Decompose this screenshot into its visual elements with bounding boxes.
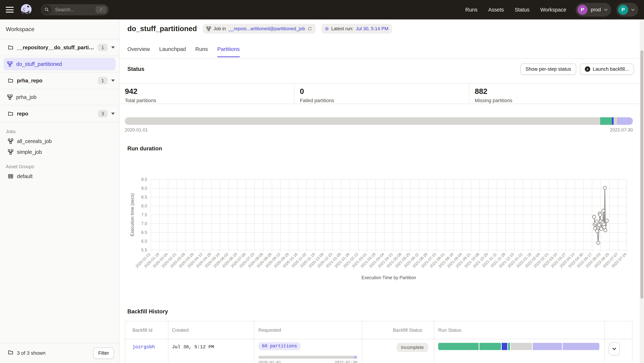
jobs-section-label: Jobs <box>6 129 119 134</box>
tab-runs[interactable]: Runs <box>195 46 208 57</box>
nav-link-runs[interactable]: Runs <box>465 7 478 13</box>
workspace-sidebar: Workspace __repository__do_stuff_partiti… <box>0 20 120 363</box>
deployment-switcher[interactable]: P prod <box>576 3 611 16</box>
dagster-logo-icon[interactable] <box>20 3 33 16</box>
caret-down-icon[interactable] <box>111 46 115 48</box>
stat-value: 942 <box>125 87 294 96</box>
svg-text:6.5: 6.5 <box>141 230 147 235</box>
stat-label: Missing partitions <box>475 98 644 104</box>
run-status-dot-icon <box>325 27 329 30</box>
bar-segment <box>258 356 354 359</box>
row-expand-button[interactable] <box>609 342 620 356</box>
bar-segment <box>600 117 612 125</box>
backfill-history-heading: Backfill History <box>127 308 168 315</box>
user-menu[interactable]: P <box>616 3 638 16</box>
asset-group-icon <box>8 174 13 179</box>
user-avatar: P <box>618 5 628 15</box>
job-icon <box>8 149 13 155</box>
launch-backfill-label: Launch backfill... <box>593 66 629 72</box>
svg-text:7.5: 7.5 <box>141 212 147 217</box>
sidebar-item-simple-job[interactable]: simple_job <box>0 146 119 158</box>
col-run-status: Run Status <box>438 328 462 333</box>
search-input[interactable] <box>54 7 92 13</box>
dagster-app: / Runs Assets Status Workspace P prod P … <box>0 0 644 363</box>
job-origin-prefix: Job in <box>214 26 226 32</box>
shown-count-label: 3 of 3 shown <box>17 350 46 356</box>
run-status-bar[interactable] <box>438 343 600 350</box>
repo-count-badge: 3 <box>98 110 108 118</box>
chevron-down-icon <box>604 9 608 11</box>
svg-text:8.5: 8.5 <box>141 195 147 200</box>
repo-count-badge: 1 <box>98 44 108 51</box>
page-title: do_stuff_partitioned <box>127 25 197 33</box>
requested-range-labels: 2020-01-01 2022-07-30 <box>258 360 357 363</box>
tab-launchpad[interactable]: Launchpad <box>159 46 186 57</box>
deployment-avatar: P <box>578 5 588 15</box>
repo-label: __repository__do_stuff_partitio... <box>17 44 95 50</box>
top-nav: / Runs Assets Status Workspace P prod P <box>0 0 644 20</box>
tab-overview[interactable]: Overview <box>127 46 150 57</box>
scrollbar-track[interactable] <box>640 20 644 363</box>
bar-segment <box>511 343 532 350</box>
latest-run-link[interactable]: Jul 30, 5:14 PM <box>356 26 388 32</box>
svg-text:7.0: 7.0 <box>141 221 147 226</box>
search-icon <box>42 5 52 14</box>
sidebar-item-default-asset-group[interactable]: default <box>0 171 119 182</box>
sidebar-item-all-cereals-job[interactable]: all_cereals_job <box>0 136 119 146</box>
bar-segment <box>508 343 510 350</box>
bar-segment <box>617 117 633 125</box>
svg-text:Execution time (secs): Execution time (secs) <box>130 193 135 236</box>
global-search[interactable]: / <box>41 4 109 15</box>
svg-text:9.0: 9.0 <box>141 186 147 191</box>
sidebar-repo-group-repo[interactable]: repo 3 <box>0 106 119 122</box>
job-label: all_cereals_job <box>17 138 52 144</box>
folder-icon <box>8 45 13 50</box>
job-icon <box>7 94 12 100</box>
folder-icon <box>8 78 13 83</box>
partition-status-bar[interactable] <box>125 117 633 125</box>
partition-stats: 942 Total partitions 0 Failed partitions… <box>120 84 644 104</box>
nav-link-workspace[interactable]: Workspace <box>540 7 566 13</box>
caret-down-icon[interactable] <box>111 80 115 82</box>
bar-segment <box>354 356 357 359</box>
hamburger-menu-icon[interactable] <box>6 7 14 12</box>
sidebar-repo-group-prha-repo[interactable]: prha_repo 1 <box>0 72 119 89</box>
filter-button[interactable]: Filter <box>93 348 114 359</box>
scrollbar-thumb[interactable] <box>640 50 643 298</box>
sidebar-item-prha-job[interactable]: prha_job <box>4 91 116 104</box>
nav-link-assets[interactable]: Assets <box>488 7 504 13</box>
show-per-step-status-button[interactable]: Show per-step status <box>520 64 576 75</box>
svg-text:9.5: 9.5 <box>141 177 147 182</box>
sidebar-repo-group-repository-do-stuff[interactable]: __repository__do_stuff_partitio... 1 <box>0 39 119 56</box>
repo-count-badge: 1 <box>98 77 108 84</box>
sidebar-item-do-stuff-partitioned[interactable]: do_stuff_partitioned <box>4 58 116 70</box>
status-section-header: Status Show per-step status + Launch bac… <box>127 62 634 76</box>
tab-partitions[interactable]: Partitions <box>217 46 240 57</box>
sidebar-job-slot: do_stuff_partitioned <box>0 56 119 72</box>
range-start: 2020-01-01 <box>258 360 281 363</box>
status-heading: Status <box>127 66 144 72</box>
repo-label: prha_repo <box>17 78 95 84</box>
col-created: Created <box>172 328 189 333</box>
job-origin-link[interactable]: __reposi...artitioned@partitioned_job <box>228 26 305 32</box>
plus-circle-icon: + <box>585 66 590 72</box>
deployment-label: prod <box>591 7 601 12</box>
repo-label: repo <box>17 111 95 117</box>
backfill-id-link[interactable]: jozrgsbh <box>132 344 155 350</box>
nav-link-status[interactable]: Status <box>515 7 530 13</box>
refresh-icon[interactable] <box>308 26 312 31</box>
job-label: prha_job <box>16 94 36 100</box>
job-icon <box>8 138 13 144</box>
job-icon <box>7 61 12 67</box>
launch-backfill-button[interactable]: + Launch backfill... <box>580 64 634 75</box>
requested-range-bar <box>258 356 357 359</box>
bar-segment <box>612 117 614 125</box>
bar-segment <box>480 343 501 350</box>
caret-down-icon[interactable] <box>111 112 115 115</box>
stat-label: Total partitions <box>125 98 294 104</box>
folder-icon <box>8 111 13 116</box>
requested-partitions-badge[interactable]: 60 partitions <box>258 342 300 350</box>
run-duration-chart: 9.59.08.58.07.57.06.56.05.52020-01-01202… <box>120 155 644 284</box>
stat-missing-partitions: 882 Missing partitions <box>469 84 644 104</box>
bar-segment <box>502 343 507 350</box>
